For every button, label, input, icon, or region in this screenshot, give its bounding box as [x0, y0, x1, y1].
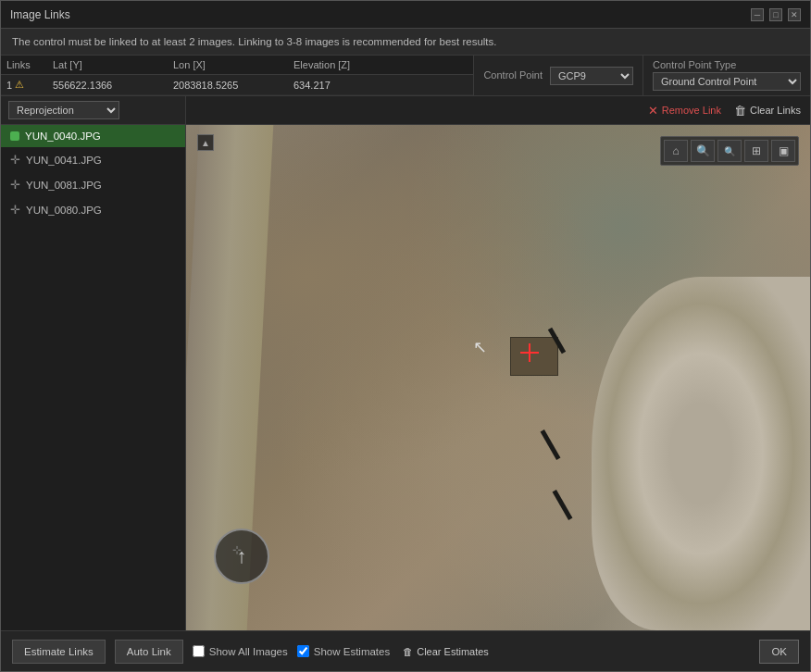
remove-link-button[interactable]: ✕ Remove Link: [648, 104, 721, 118]
map-background: ↖: [186, 125, 810, 630]
home-tool-button[interactable]: ⌂: [664, 140, 688, 162]
control-point-section: Control Point GCP9 GCP1 GCP2: [473, 56, 643, 95]
control-point-select[interactable]: GCP9 GCP1 GCP2: [550, 67, 633, 85]
map-canvas: ↖ ⌂ 🔍 🔍 ⊞ ▣ ↑ ▲: [186, 125, 810, 630]
image-item-1[interactable]: ✛ YUN_0041.JPG: [1, 147, 185, 172]
image-tool-button[interactable]: ▣: [771, 140, 795, 162]
cell-links: 1 ⚠: [6, 79, 53, 91]
image-item-3[interactable]: ✛ YUN_0080.JPG: [1, 197, 185, 222]
move-icon: ⊹: [232, 541, 242, 556]
show-estimates-checkbox[interactable]: [297, 645, 309, 657]
title-bar: Image Links ─ □ ✕: [1, 1, 810, 29]
crosshair-icon-2: ✛: [10, 178, 20, 192]
rocky-area: [592, 277, 810, 630]
clear-estimates-icon: 🗑: [403, 646, 413, 657]
clear-links-label: Clear Links: [750, 105, 801, 116]
info-text: The control must be linked to at least 2…: [12, 36, 497, 47]
zoom-out-tool-button[interactable]: 🔍: [717, 140, 742, 162]
reprojection-select[interactable]: Reprojection: [8, 101, 119, 119]
clear-estimates-label: Clear Estimates: [417, 646, 489, 657]
header-links: Links: [6, 59, 53, 70]
header-lon: Lon [X]: [173, 59, 293, 70]
auto-link-button[interactable]: Auto Link: [115, 640, 183, 664]
stripe-2: [553, 490, 573, 520]
header-lat: Lat [Y]: [53, 59, 173, 70]
image-links-window: Image Links ─ □ ✕ The control must be li…: [0, 0, 811, 672]
crosshair-marker: [520, 343, 539, 362]
crosshair-icon-3: ✛: [10, 203, 20, 217]
minimize-button[interactable]: ─: [751, 8, 764, 21]
control-point-type-select[interactable]: Ground Control Point Check Point 3D GCP: [653, 72, 801, 91]
active-indicator: [10, 131, 19, 141]
control-point-label: Control Point: [483, 69, 543, 81]
image-item-label-2: YUN_0081.JPG: [26, 180, 102, 191]
left-actions-area: Reprojection: [1, 96, 186, 125]
warning-icon: ⚠: [15, 79, 24, 91]
show-estimates-text: Show Estimates: [314, 646, 390, 657]
remove-link-label: Remove Link: [662, 105, 721, 116]
cell-elevation: 634.217: [293, 80, 368, 91]
clear-links-button[interactable]: 🗑 Clear Links: [734, 104, 801, 118]
remove-link-icon: ✕: [648, 104, 658, 118]
window-title: Image Links: [10, 8, 70, 21]
image-list: YUN_0040.JPG ✛ YUN_0041.JPG ✛ YUN_0081.J…: [1, 125, 185, 630]
clear-estimates-button[interactable]: 🗑 Clear Estimates: [403, 646, 489, 657]
adjust-tool-button[interactable]: ⊞: [744, 140, 768, 162]
control-point-type-section: Control Point Type Ground Control Point …: [643, 56, 810, 95]
show-all-images-checkbox[interactable]: [193, 645, 205, 657]
nav-rose[interactable]: ↑: [214, 529, 269, 584]
crosshair-icon-1: ✛: [10, 153, 20, 167]
map-toolbar: ⌂ 🔍 🔍 ⊞ ▣: [660, 136, 799, 166]
nav-circle: ↑: [214, 529, 269, 584]
main-area: YUN_0040.JPG ✛ YUN_0041.JPG ✛ YUN_0081.J…: [1, 125, 810, 630]
zoom-in-tool-button[interactable]: 🔍: [691, 140, 715, 162]
table-section: Links Lat [Y] Lon [X] Elevation [Z] 1 ⚠ …: [1, 56, 473, 95]
show-all-images-label[interactable]: Show All Images: [193, 645, 288, 657]
maximize-button[interactable]: □: [769, 8, 782, 21]
zoom-box[interactable]: ▲: [197, 134, 214, 151]
window-controls: ─ □ ✕: [751, 8, 801, 21]
cell-lat: 556622.1366: [53, 80, 173, 91]
zoom-icon: ▲: [201, 138, 210, 148]
cursor: ↖: [473, 337, 487, 357]
header-elevation: Elevation [Z]: [293, 59, 368, 70]
image-item-0[interactable]: YUN_0040.JPG: [1, 125, 185, 147]
map-panel[interactable]: ↖ ⌂ 🔍 🔍 ⊞ ▣ ↑ ▲: [186, 125, 810, 630]
stripe-1: [540, 429, 560, 460]
image-item-label-3: YUN_0080.JPG: [26, 205, 102, 216]
row-link-count: 1: [6, 80, 12, 91]
estimate-links-button[interactable]: Estimate Links: [12, 640, 106, 664]
top-form-row: Links Lat [Y] Lon [X] Elevation [Z] 1 ⚠ …: [1, 56, 810, 96]
show-all-images-text: Show All Images: [209, 646, 288, 657]
show-estimates-label[interactable]: Show Estimates: [297, 645, 390, 657]
table-row: 1 ⚠ 556622.1366 2083818.5265 634.217: [1, 75, 473, 95]
info-bar: The control must be linked to at least 2…: [1, 29, 810, 56]
clear-links-icon: 🗑: [734, 104, 746, 118]
right-actions-area: ✕ Remove Link 🗑 Clear Links: [186, 96, 810, 125]
image-item-label-1: YUN_0041.JPG: [26, 155, 102, 166]
image-item-label-0: YUN_0040.JPG: [25, 131, 101, 142]
ok-button[interactable]: OK: [759, 640, 799, 664]
close-button[interactable]: ✕: [788, 8, 801, 21]
image-item-2[interactable]: ✛ YUN_0081.JPG: [1, 172, 185, 197]
table-header: Links Lat [Y] Lon [X] Elevation [Z]: [1, 56, 473, 75]
footer: Estimate Links Auto Link Show All Images…: [1, 630, 810, 671]
cell-lon: 2083818.5265: [173, 80, 293, 91]
action-row: Reprojection ✕ Remove Link 🗑 Clear Links: [1, 96, 810, 125]
control-point-type-label: Control Point Type: [653, 59, 801, 70]
left-panel: YUN_0040.JPG ✛ YUN_0041.JPG ✛ YUN_0081.J…: [1, 125, 186, 630]
